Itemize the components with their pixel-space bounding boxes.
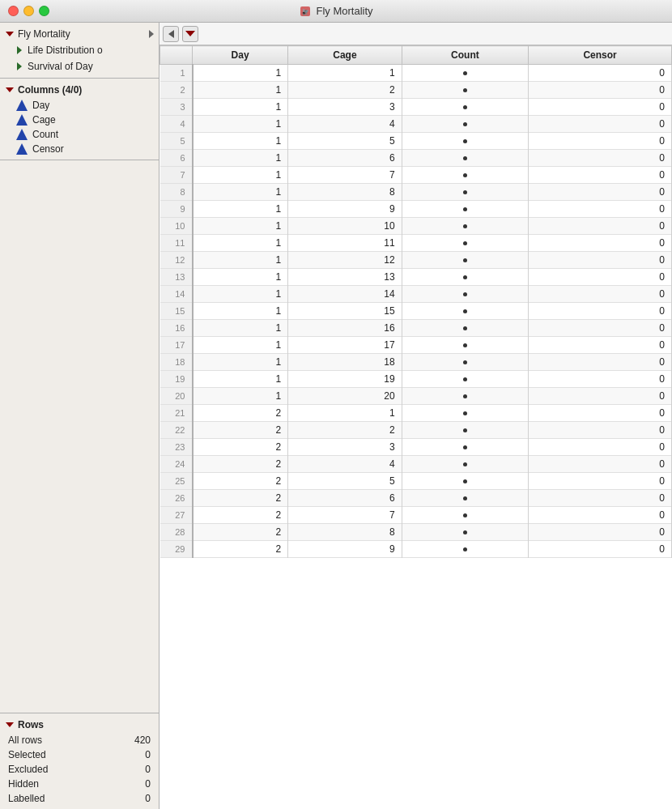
count-dot-icon	[463, 326, 467, 330]
column-item-cage[interactable]: Cage	[0, 113, 159, 127]
cell-count	[402, 405, 529, 422]
table-row[interactable]: 9190	[160, 201, 672, 218]
table-row[interactable]: 201200	[160, 388, 672, 405]
window-title: 🪰 Fly Mortality	[299, 5, 372, 18]
table-row[interactable]: 21210	[160, 405, 672, 422]
close-button[interactable]	[8, 6, 19, 16]
cell-cage: 12	[288, 252, 402, 269]
cell-censor: 0	[529, 252, 672, 269]
cell-count	[402, 541, 529, 558]
cell-day: 1	[193, 269, 288, 286]
table-row[interactable]: 151150	[160, 303, 672, 320]
col-header-day[interactable]: Day	[193, 46, 288, 65]
maximize-button[interactable]	[39, 6, 49, 16]
sidebar-item-life-distribution[interactable]: Life Distribution o	[0, 42, 159, 58]
table-row[interactable]: 121120	[160, 252, 672, 269]
tree-section: Fly Mortality Life Distribution o Surviv…	[0, 23, 159, 79]
table-row[interactable]: 24240	[160, 456, 672, 473]
table-row[interactable]: 8180	[160, 184, 672, 201]
cell-day: 1	[193, 303, 288, 320]
stat-selected: Selected 0	[0, 747, 159, 762]
table-row[interactable]: 25250	[160, 473, 672, 490]
cell-rownum: 23	[160, 439, 193, 456]
minimize-button[interactable]	[23, 6, 34, 16]
cell-count	[402, 218, 529, 235]
stat-label: Excluded	[8, 764, 48, 775]
cell-cage: 9	[288, 201, 402, 218]
stat-label: All rows	[8, 734, 42, 746]
cell-count	[402, 235, 529, 252]
cell-rownum: 7	[160, 167, 193, 184]
cell-count	[402, 456, 529, 473]
expand-arrow-icon	[15, 62, 24, 71]
cell-cage: 19	[288, 371, 402, 388]
table-row[interactable]: 4140	[160, 116, 672, 133]
table-row[interactable]: 131130	[160, 269, 672, 286]
cell-count	[402, 99, 529, 116]
table-row[interactable]: 171170	[160, 337, 672, 354]
columns-section: Columns (4/0) Day Cage Count Censor	[0, 79, 159, 160]
table-row[interactable]: 22220	[160, 422, 672, 439]
table-row[interactable]: 161160	[160, 320, 672, 337]
column-item-censor[interactable]: Censor	[0, 142, 159, 156]
cell-censor: 0	[529, 218, 672, 235]
cell-rownum: 4	[160, 116, 193, 133]
svg-text:🪰: 🪰	[301, 8, 309, 16]
sidebar-item-label: Fly Mortality	[18, 28, 70, 40]
stat-label: Selected	[8, 749, 46, 760]
stat-value: 0	[145, 764, 151, 775]
count-dot-icon	[463, 377, 467, 381]
table-row[interactable]: 27270	[160, 507, 672, 524]
table-row[interactable]: 111110	[160, 235, 672, 252]
cell-day: 1	[193, 201, 288, 218]
cell-day: 1	[193, 82, 288, 99]
table-row[interactable]: 29290	[160, 541, 672, 558]
table-row[interactable]: 28280	[160, 524, 672, 541]
rows-header: Rows	[0, 717, 159, 733]
cell-count	[402, 388, 529, 405]
count-dot-icon	[463, 139, 467, 143]
cell-censor: 0	[529, 507, 672, 524]
cell-censor: 0	[529, 303, 672, 320]
column-item-day[interactable]: Day	[0, 98, 159, 113]
table-row[interactable]: 5150	[160, 133, 672, 150]
table-row[interactable]: 1110	[160, 65, 672, 82]
col-header-count[interactable]: Count	[402, 46, 529, 65]
filter-button[interactable]	[182, 26, 198, 42]
cell-day: 1	[193, 116, 288, 133]
nav-left-button[interactable]	[163, 26, 179, 42]
cell-count	[402, 133, 529, 150]
cell-cage: 2	[288, 422, 402, 439]
table-row[interactable]: 101100	[160, 218, 672, 235]
table-row[interactable]: 2120	[160, 82, 672, 99]
cell-rownum: 10	[160, 218, 193, 235]
cell-censor: 0	[529, 371, 672, 388]
column-item-count[interactable]: Count	[0, 127, 159, 142]
col-header-censor[interactable]: Censor	[529, 46, 672, 65]
cell-count	[402, 371, 529, 388]
cell-day: 1	[193, 99, 288, 116]
cell-day: 1	[193, 286, 288, 303]
cell-day: 1	[193, 133, 288, 150]
col-header-cage[interactable]: Cage	[288, 46, 402, 65]
sidebar-item-fly-mortality[interactable]: Fly Mortality	[0, 26, 159, 42]
table-row[interactable]: 26260	[160, 490, 672, 507]
cell-censor: 0	[529, 405, 672, 422]
column-sort-icon	[16, 100, 28, 111]
table-row[interactable]: 181180	[160, 354, 672, 371]
table-row[interactable]: 191190	[160, 371, 672, 388]
sidebar-item-survival-of-day[interactable]: Survival of Day	[0, 58, 159, 75]
count-dot-icon	[463, 71, 467, 75]
data-table-container[interactable]: Day Cage Count Censor 111021203130414051…	[159, 45, 672, 809]
table-row[interactable]: 3130	[160, 99, 672, 116]
cell-censor: 0	[529, 541, 672, 558]
cell-cage: 1	[288, 65, 402, 82]
cell-day: 1	[193, 320, 288, 337]
count-dot-icon	[463, 360, 467, 364]
table-row[interactable]: 141140	[160, 286, 672, 303]
table-row[interactable]: 7170	[160, 167, 672, 184]
table-row[interactable]: 6160	[160, 150, 672, 167]
cell-count	[402, 473, 529, 490]
table-row[interactable]: 23230	[160, 439, 672, 456]
nav-left-icon	[168, 30, 174, 38]
